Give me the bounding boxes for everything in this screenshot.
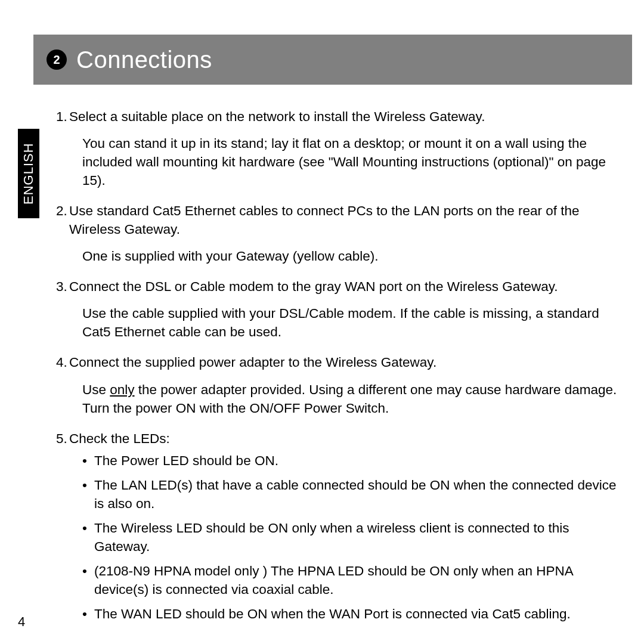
step-4: 4. Connect the supplied power adapter to… bbox=[56, 353, 627, 420]
step-text: Check the LEDs: bbox=[69, 431, 170, 446]
step-5: 5. Check the LEDs: The Power LED should … bbox=[56, 429, 627, 629]
page: 2 Connections ENGLISH 1. Select a suitab… bbox=[0, 0, 644, 644]
step-text: Connect the supplied power adapter to th… bbox=[69, 355, 436, 370]
list-item: (2108-N9 HPNA model only ) The HPNA LED … bbox=[82, 562, 627, 599]
bullet-list: The Power LED should be ON. The LAN LED(… bbox=[82, 451, 627, 623]
chapter-number-badge: 2 bbox=[47, 49, 67, 70]
text: Use bbox=[82, 382, 110, 397]
chapter-title: Connections bbox=[76, 47, 212, 73]
step-text: Select a suitable place on the network t… bbox=[69, 109, 485, 124]
language-tab: ENGLISH bbox=[18, 129, 39, 218]
list-item: The Power LED should be ON. bbox=[82, 451, 627, 470]
step-subtext: One is supplied with your Gateway (yello… bbox=[82, 247, 627, 265]
chapter-heading-bar: 2 Connections bbox=[33, 35, 632, 85]
step-number: 4. bbox=[56, 353, 69, 420]
step-number: 3. bbox=[56, 277, 69, 345]
step-subtext: Use only the power adapter provided. Usi… bbox=[82, 380, 627, 417]
content-body: 1. Select a suitable place on the networ… bbox=[56, 107, 627, 637]
list-item: The Wireless LED should be ON only when … bbox=[82, 519, 627, 556]
step-3: 3. Connect the DSL or Cable modem to the… bbox=[56, 277, 627, 345]
underlined-text: only bbox=[110, 382, 134, 397]
step-subtext: Use the cable supplied with your DSL/Cab… bbox=[82, 304, 627, 341]
step-subtext: You can stand it up in its stand; lay it… bbox=[82, 134, 627, 190]
step-text: Use standard Cat5 Ethernet cables to con… bbox=[69, 203, 579, 237]
step-2: 2. Use standard Cat5 Ethernet cables to … bbox=[56, 202, 627, 269]
list-item: The WAN LED should be ON when the WAN Po… bbox=[82, 605, 627, 623]
step-number: 2. bbox=[56, 202, 69, 269]
step-1: 1. Select a suitable place on the networ… bbox=[56, 107, 627, 193]
list-item: The LAN LED(s) that have a cable connect… bbox=[82, 476, 627, 513]
step-number: 5. bbox=[56, 429, 69, 629]
step-text: Connect the DSL or Cable modem to the gr… bbox=[69, 279, 558, 294]
text: the power adapter provided. Using a diff… bbox=[82, 382, 617, 416]
page-number: 4 bbox=[18, 614, 25, 630]
step-number: 1. bbox=[56, 107, 69, 193]
